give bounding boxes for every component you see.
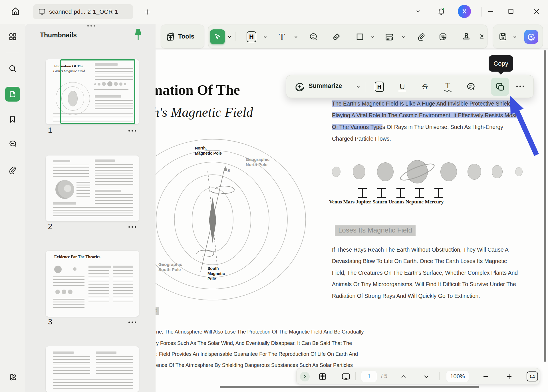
ibeam-mark [434, 188, 443, 198]
highlight-icon: H [375, 82, 384, 92]
maximize-icon [507, 8, 515, 15]
thumbnail-page-2[interactable] [46, 155, 139, 221]
sidebar-item-comments[interactable] [5, 136, 20, 151]
palette-icon [8, 373, 17, 381]
thumbnail-page-3[interactable]: Evidence For The Theories [46, 251, 139, 317]
home-button[interactable] [8, 4, 23, 19]
copy-button[interactable] [491, 78, 509, 96]
toolbar-divider [235, 32, 235, 41]
maximize-button[interactable] [504, 5, 518, 18]
planet-illustration [492, 165, 503, 178]
tools-label: Tools [178, 33, 194, 40]
planets-caption: Venus Mars Jupiter Saturn Uranus Neptune… [329, 199, 444, 205]
save-chevron[interactable] [512, 34, 518, 40]
shape-tool-button[interactable] [352, 29, 367, 44]
document-view[interactable]: Formation Of The Earth's Magnetic Field [156, 49, 548, 392]
sidebar-item-bookmarks[interactable] [5, 112, 20, 127]
avatar[interactable]: X [458, 5, 471, 18]
paragraph2-line4: Animals Or Tiny Microorganisms, Will Fin… [332, 281, 516, 288]
notifications-button[interactable] [434, 5, 448, 18]
selbar-strikethrough-button[interactable]: S [418, 80, 432, 94]
search-icon [8, 64, 17, 73]
chevron-down-icon [415, 8, 421, 15]
selbar-underline-button[interactable]: U [395, 80, 409, 94]
thumbnail-page-4[interactable] [46, 346, 139, 392]
selection-toolbar: Summarize H U S T [286, 75, 534, 98]
actual-size-button[interactable]: 1:1 [527, 371, 538, 381]
measure-chevron[interactable] [400, 34, 406, 40]
selbar-highlight-button[interactable]: H [372, 80, 386, 94]
tab-list-button[interactable] [411, 5, 425, 18]
minimize-button[interactable] [484, 5, 497, 18]
selbar-comment-button[interactable] [464, 80, 478, 94]
pen-icon [332, 32, 341, 41]
vertical-scrollbar[interactable] [544, 50, 546, 362]
zoom-level-input[interactable]: 100% [446, 371, 469, 382]
comment-tool-button[interactable] [306, 29, 321, 44]
bookmark-icon [9, 115, 17, 123]
attach-tool-button[interactable] [414, 29, 429, 44]
zoom-out-button[interactable] [480, 371, 491, 382]
sidebar-item-apps[interactable] [5, 29, 20, 44]
save-button[interactable] [495, 29, 510, 44]
bottombar-divider [355, 372, 356, 380]
pen-tool-button[interactable] [329, 29, 344, 44]
document-tab[interactable]: scanned-pd...-2-1_OCR-1 [33, 4, 133, 19]
text-tool-button[interactable]: T [275, 29, 289, 44]
panel-drag-handle[interactable] [87, 25, 95, 27]
select-tool-button[interactable] [210, 29, 225, 44]
page-number-input[interactable]: 1 [361, 371, 377, 382]
thumb3-more-button[interactable] [128, 322, 136, 323]
sidebar-item-appearance[interactable] [5, 370, 20, 385]
thumbnails-panel: Thumbnails Formation Of The Earth's Magn… [25, 24, 156, 392]
new-tab-button[interactable] [142, 6, 153, 18]
page-viewport-rectangle[interactable] [60, 59, 135, 124]
sidebar-item-search[interactable] [5, 61, 20, 76]
left-sidebar [0, 24, 25, 392]
title-bar: scanned-pd...-2-1_OCR-1 X [0, 0, 548, 24]
collapse-toolbar-button[interactable] [477, 29, 487, 44]
measure-tool-button[interactable] [382, 29, 397, 44]
thumbnail-page-1[interactable]: Formation Of The Earth's Magnetic Field [46, 59, 139, 124]
close-button[interactable] [530, 5, 543, 18]
horizontal-scrollbar[interactable] [220, 386, 479, 388]
ratio-label: 1:1 [530, 374, 535, 379]
shape-chevron[interactable] [370, 34, 376, 40]
paragraph2-line2: Devastating Blow To Life On Earth. Once … [332, 258, 507, 264]
tools-button[interactable]: Tools [161, 25, 204, 49]
expand-panel-button[interactable] [300, 372, 310, 381]
thumb2-more-button[interactable] [128, 226, 136, 228]
sidebar-item-thumbnails[interactable] [5, 87, 20, 102]
selbar-more-button[interactable] [516, 86, 524, 87]
next-page-button[interactable] [421, 371, 432, 382]
presentation-mode-icon[interactable] [341, 371, 351, 382]
toolbox-icon [166, 32, 175, 41]
page-number-1: 1 [48, 126, 52, 135]
paperclip-icon [417, 33, 426, 41]
summarize-chevron[interactable] [351, 80, 365, 94]
selbar-squiggly-button[interactable]: T [441, 80, 455, 94]
previous-page-button[interactable] [398, 371, 409, 382]
ai-assistant-button[interactable] [524, 30, 538, 44]
select-tool-chevron[interactable] [227, 34, 232, 40]
pin-icon[interactable] [132, 28, 144, 41]
highlight-tool-button[interactable]: H [244, 29, 259, 44]
tab-title: scanned-pd...-2-1_OCR-1 [49, 8, 118, 15]
reading-view-icon[interactable] [317, 371, 328, 382]
highlight-chevron[interactable] [262, 34, 268, 40]
page-icon [9, 90, 17, 98]
monitor-icon [38, 8, 46, 15]
paragraph1-line2: Playing A Vital Role In The Cosmic Envir… [332, 112, 517, 119]
page-number-3: 3 [48, 318, 52, 326]
pointer-arrow [505, 94, 541, 159]
paragraph1-line3: Of The Various Types Of Rays in The Univ… [332, 124, 503, 130]
text-chevron[interactable] [293, 34, 299, 40]
sticker-tool-button[interactable] [436, 29, 450, 44]
thumb1-more-button[interactable] [128, 130, 136, 132]
ibeam-mark [415, 188, 424, 198]
zoom-in-button[interactable] [504, 371, 515, 382]
summarize-button[interactable]: Summarize [309, 82, 342, 90]
stamp-tool-button[interactable] [459, 29, 474, 44]
sidebar-item-attachments[interactable] [5, 163, 20, 177]
label-north-magnetic-pole: North,Magnetic Pole [195, 146, 222, 156]
